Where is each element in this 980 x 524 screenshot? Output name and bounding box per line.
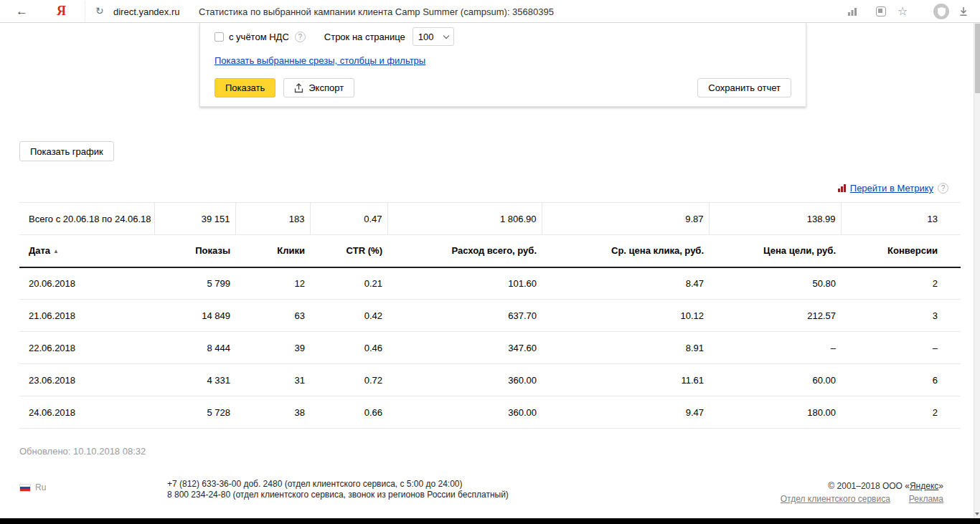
toolbar-divider — [85, 1, 85, 22]
extension-chart-icon[interactable] — [847, 7, 857, 19]
value-cell: 101.60 — [387, 267, 542, 300]
value-cell: 39 — [235, 332, 310, 364]
address-bar-page-title[interactable]: Статистика по выбранной кампании клиента… — [199, 6, 554, 17]
value-cell: 4 331 — [154, 364, 235, 396]
value-cell: 31 — [235, 364, 310, 396]
protect-shield-icon[interactable] — [933, 4, 949, 19]
updated-timestamp: Обновлено: 10.10.2018 08:32 — [19, 446, 146, 457]
bookmark-star-icon[interactable]: ☆ — [897, 4, 908, 18]
value-cell: 347.60 — [387, 332, 542, 364]
russia-flag-icon — [19, 484, 31, 492]
vat-checkbox[interactable] — [215, 32, 224, 42]
statistics-table: Всего с 20.06.18 по 24.06.18 39 151 183 … — [19, 202, 961, 429]
value-cell: – — [841, 332, 961, 364]
col-header-date[interactable]: Дата▲ — [19, 235, 154, 267]
chevron-down-icon — [443, 32, 449, 38]
total-goal-cost: 138.99 — [709, 203, 841, 235]
table-row: 23.06.2018 4 331 31 0.72 360.00 11.61 60… — [19, 364, 961, 396]
value-cell: 11.61 — [542, 364, 709, 396]
value-cell: 5 799 — [154, 267, 235, 300]
value-cell: 50.80 — [709, 267, 841, 300]
metrika-bars-icon — [838, 184, 846, 192]
scrollbar-down-arrow[interactable] — [975, 513, 979, 515]
total-clicks: 183 — [235, 203, 310, 235]
advertising-link[interactable]: Реклама — [909, 494, 943, 504]
language-selector[interactable]: Ru — [19, 482, 46, 492]
metrika-help-icon[interactable]: ? — [938, 183, 948, 194]
goto-metrika-link[interactable]: Перейти в Метрику — [850, 183, 933, 194]
value-cell: 0.72 — [310, 364, 387, 396]
table-row: 24.06.2018 5 728 38 0.66 360.00 9.47 180… — [19, 396, 961, 429]
value-cell: 9.47 — [542, 396, 709, 429]
sort-asc-icon: ▲ — [53, 248, 59, 254]
col-header-conversions[interactable]: Конверсии — [841, 235, 961, 267]
back-icon[interactable]: ← — [16, 4, 28, 19]
slices-row: Показать выбранные срезы, столбцы и филь… — [215, 55, 791, 66]
table-header-row: Дата▲ Показы Клики CTR (%) Расход всего,… — [19, 235, 961, 267]
metrika-link-row: Перейти в Метрику ? — [838, 183, 948, 194]
settings-row: с учётом НДС ? Строк на странице 100 — [215, 27, 791, 46]
total-conversions: 13 — [841, 203, 961, 235]
col-header-clicks[interactable]: Клики — [235, 235, 310, 267]
date-cell: 23.06.2018 — [19, 364, 154, 396]
show-chart-button[interactable]: Показать график — [19, 141, 114, 161]
total-label: Всего с 20.06.18 по 24.06.18 — [19, 203, 154, 235]
value-cell: 360.00 — [387, 364, 542, 396]
yandex-company-link[interactable]: Яндекс — [910, 481, 938, 491]
total-cost: 1 806.90 — [387, 203, 542, 235]
language-label: Ru — [35, 482, 46, 492]
panel-buttons-row: Показать Экспорт Сохранить отчет — [215, 78, 791, 97]
value-cell: 12 — [235, 267, 310, 300]
table-total-row: Всего с 20.06.18 по 24.06.18 39 151 183 … — [19, 203, 961, 235]
footer-right: © 2001–2018 ООО «Яндекс» Отдел клиентско… — [781, 481, 943, 504]
value-cell: 8.47 — [542, 267, 709, 300]
value-cell: 6 — [841, 364, 961, 396]
yandex-logo[interactable]: Я — [57, 4, 66, 19]
show-button[interactable]: Показать — [215, 78, 275, 97]
value-cell: 2 — [841, 396, 961, 429]
value-cell: 63 — [235, 300, 310, 332]
export-button[interactable]: Экспорт — [283, 78, 354, 97]
vertical-scrollbar[interactable] — [974, 23, 980, 518]
date-cell: 22.06.2018 — [19, 332, 154, 364]
col-header-avg-cpc[interactable]: Ср. цена клика, руб. — [542, 235, 709, 267]
date-cell: 20.06.2018 — [19, 267, 154, 300]
address-bar-url[interactable]: direct.yandex.ru — [113, 6, 180, 17]
scrollbar-thumb[interactable] — [975, 24, 980, 93]
extension-icon[interactable] — [876, 6, 886, 16]
export-icon — [294, 83, 303, 93]
download-icon[interactable] — [958, 6, 969, 19]
browser-bar: ← Я ↻ direct.yandex.ru Статистика по выб… — [0, 0, 980, 23]
footer-links: Отдел клиентского сервиса Реклама — [781, 494, 943, 504]
value-cell: 637.70 — [387, 300, 542, 332]
support-phone-line1: +7 (812) 633-36-00 доб. 2480 (отдел клие… — [167, 479, 509, 490]
rows-per-page-select[interactable]: 100 — [413, 27, 454, 46]
value-cell: 0.66 — [310, 396, 387, 429]
total-ctr: 0.47 — [310, 203, 387, 235]
col-header-goal-cost[interactable]: Цена цели, руб. — [709, 235, 841, 267]
value-cell: 180.00 — [709, 396, 841, 429]
vat-help-icon[interactable]: ? — [295, 32, 306, 42]
refresh-icon[interactable]: ↻ — [95, 5, 104, 16]
support-phone-line2: 8 800 234-24-80 (отдел клиентского серви… — [167, 490, 509, 500]
value-cell: 0.46 — [310, 332, 387, 364]
table-row: 21.06.2018 14 849 63 0.42 637.70 10.12 2… — [19, 300, 961, 332]
slices-columns-filters-link[interactable]: Показать выбранные срезы, столбцы и филь… — [215, 55, 425, 66]
value-cell: 3 — [841, 300, 961, 332]
total-impressions: 39 151 — [154, 203, 235, 235]
save-report-button[interactable]: Сохранить отчет — [697, 78, 791, 97]
value-cell: 60.00 — [709, 364, 841, 396]
value-cell: 38 — [235, 396, 310, 429]
col-header-cost[interactable]: Расход всего, руб. — [387, 235, 542, 267]
value-cell: 0.42 — [310, 300, 387, 332]
value-cell: 360.00 — [387, 396, 542, 429]
value-cell: 212.57 — [709, 300, 841, 332]
client-service-link[interactable]: Отдел клиентского сервиса — [781, 494, 890, 504]
col-header-ctr[interactable]: CTR (%) — [310, 235, 387, 267]
value-cell: 8 444 — [154, 332, 235, 364]
date-cell: 21.06.2018 — [19, 300, 154, 332]
col-header-impressions[interactable]: Показы — [154, 235, 235, 267]
total-avg-cpc: 9.87 — [542, 203, 709, 235]
value-cell: 2 — [841, 267, 961, 300]
value-cell: 5 728 — [154, 396, 235, 429]
